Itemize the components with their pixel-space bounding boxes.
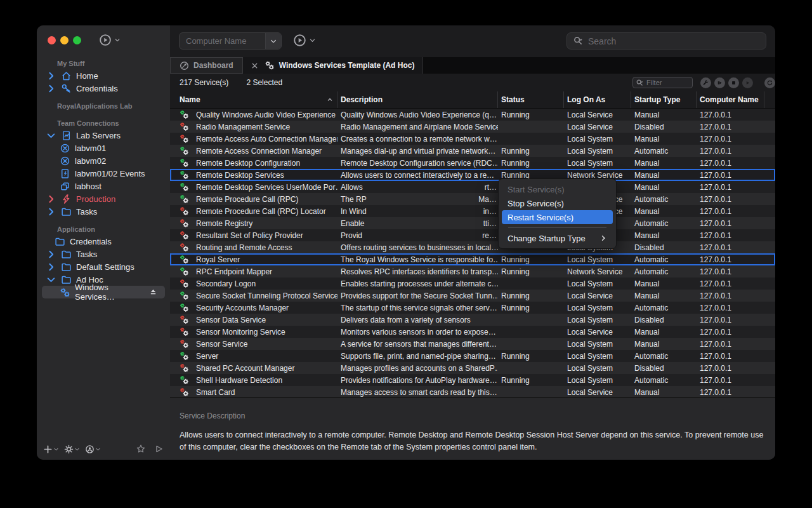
column-header-status[interactable]: Status [498, 91, 564, 108]
main-area: Computer Name Search Dashboard Windows S… [170, 25, 775, 460]
table-row[interactable]: RPC Endpoint MapperResolves RPC interfac… [170, 265, 775, 277]
cell-description: In Windin… [337, 207, 498, 216]
table-row[interactable]: Remote Procedure Call (RPC) LocatorIn Wi… [170, 205, 775, 217]
settings-button[interactable] [64, 444, 80, 454]
chevron-right-icon[interactable] [46, 70, 56, 81]
sidebar-item-windows-services[interactable]: Windows Services… [42, 286, 165, 298]
table-row[interactable]: Secure Socket Tunneling Protocol Service… [170, 290, 775, 302]
sidebar-item-home[interactable]: Home [37, 69, 170, 82]
table-row[interactable]: Sensor Data ServiceDelivers data from a … [170, 314, 775, 326]
table-row[interactable]: Shell Hardware DetectionProvides notific… [170, 374, 775, 386]
chevron-down-icon [309, 37, 316, 44]
favorite-star-button[interactable] [136, 444, 146, 454]
sidebar-item-credentials[interactable]: Credentials [37, 235, 170, 248]
chevron-down-icon[interactable] [46, 274, 56, 285]
table-row[interactable]: Remote Desktop ConfigurationRemote Deskt… [170, 157, 775, 169]
table-row[interactable]: Sensor ServiceA service for sensors that… [170, 338, 775, 350]
sidebar-item-production[interactable]: Production [37, 192, 170, 205]
restart-service-button[interactable] [714, 77, 725, 88]
sidebar-item-tasks[interactable]: Tasks [37, 205, 170, 218]
sidebar-item-labhost[interactable]: labhost [37, 180, 170, 192]
table-row[interactable]: Remote Desktop ServicesAllows users to c… [170, 169, 775, 181]
table-row[interactable]: Routing and Remote AccessOffers routing … [170, 241, 775, 253]
service-action-buttons [700, 74, 775, 91]
chevron-right-icon[interactable] [46, 206, 56, 217]
sidebar-item-labvm01-02-events[interactable]: labvm01/02 Events [37, 167, 170, 180]
sidebar-item-labvm01[interactable]: labvm01 [37, 142, 170, 154]
sidebar-item-label: Default Settings [76, 262, 134, 272]
folder-icon [61, 249, 72, 260]
table-row[interactable]: Security Accounts ManagerThe startup of … [170, 302, 775, 314]
filter-field[interactable]: Filter [632, 77, 693, 88]
description-panel-title: Service Description [180, 411, 775, 420]
cell-startup-type: Disabled [631, 364, 697, 373]
close-window-button[interactable] [48, 36, 56, 44]
table-row[interactable]: Shared PC Account ManagerManages profile… [170, 362, 775, 374]
run-template-button[interactable] [293, 34, 316, 47]
tab-windows-services-template[interactable]: Windows Services Template (Ad Hoc) [243, 57, 423, 74]
sidebar-item-label: Home [76, 71, 98, 81]
table-row[interactable]: Remote RegistryEnabletti…Local ServiceAu… [170, 217, 775, 229]
column-header-computer-name[interactable]: Computer Name [697, 91, 764, 108]
table-row[interactable]: Remote Desktop Services UserMode Por…All… [170, 181, 775, 193]
stop-service-button[interactable] [728, 77, 739, 88]
sidebar-item-tasks[interactable]: Tasks [37, 248, 170, 260]
chevron-right-icon[interactable] [46, 83, 56, 94]
minimize-window-button[interactable] [60, 36, 69, 44]
service-gear-icon [180, 194, 189, 204]
start-service-button[interactable] [742, 77, 753, 88]
computer-name-combo[interactable]: Computer Name [179, 32, 282, 50]
sidebar-item-default-settings[interactable]: Default Settings [37, 260, 170, 273]
combo-dropdown-button[interactable] [265, 33, 281, 49]
table-row[interactable]: Remote Access Auto Connection ManagerCre… [170, 133, 775, 145]
chevron-right-icon[interactable] [46, 262, 56, 272]
table-row[interactable]: Secondary LogonEnables starting processe… [170, 277, 775, 290]
search-field[interactable]: Search [566, 32, 766, 50]
close-tab-icon[interactable] [251, 62, 259, 70]
table-row[interactable]: Sensor Monitoring ServiceMonitors variou… [170, 326, 775, 338]
table-row[interactable]: Remote Access Connection ManagerManages … [170, 145, 775, 157]
cell-description-tail: re… [482, 231, 497, 240]
chevron-right-icon[interactable] [46, 249, 56, 260]
table-row[interactable]: ServerSupports file, print, and named-pi… [170, 350, 775, 362]
sidebar-item-label: Tasks [76, 207, 97, 217]
tab-dashboard[interactable]: Dashboard [170, 57, 243, 74]
menu-item-restart-service-s[interactable]: Restart Service(s) [502, 210, 613, 224]
chevron-down-icon[interactable] [46, 130, 56, 141]
table-row[interactable]: Quality Windows Audio Video ExperienceQu… [170, 109, 775, 121]
cell-description: Allowsrt… [337, 183, 498, 192]
sidebar-item-credentials[interactable]: Credentials [37, 82, 170, 95]
add-button[interactable] [43, 444, 59, 454]
zoom-window-button[interactable] [73, 36, 81, 44]
table-row[interactable]: Resultant Set of Policy ProviderProvidre… [170, 229, 775, 241]
column-header-name[interactable]: Name [170, 91, 337, 108]
cell-computer-name: 127.0.0.1 [697, 316, 764, 324]
eject-icon[interactable] [148, 288, 159, 297]
chevron-right-icon[interactable] [46, 194, 56, 204]
sidebar-item-labvm02[interactable]: labvm02 [37, 154, 170, 167]
connect-play-button[interactable] [154, 444, 164, 454]
cell-computer-name: 127.0.0.1 [697, 279, 764, 288]
sidebar-item-lab-servers[interactable]: Lab Servers [37, 129, 170, 142]
quick-connect-button[interactable] [99, 34, 121, 46]
menu-item-change-startup-type[interactable]: Change Startup Type [502, 231, 613, 245]
submenu-arrow-icon [599, 234, 607, 242]
menu-item-stop-service-s[interactable]: Stop Service(s) [502, 196, 613, 210]
column-header-startup-type[interactable]: Startup Type [631, 91, 697, 108]
cell-status: Running [498, 304, 564, 312]
service-gear-icon [180, 218, 189, 228]
refresh-button[interactable] [764, 77, 775, 88]
cell-description: Allows users to connect interactively to… [337, 171, 498, 180]
computer-name-placeholder: Computer Name [180, 36, 265, 46]
table-row[interactable]: Royal ServerThe Royal Windows Service is… [170, 253, 775, 265]
service-gear-icon [180, 231, 189, 240]
account-button[interactable] [85, 444, 101, 454]
cell-startup-type: Manual [631, 135, 697, 144]
description-panel-text: Allows users to connect interactively to… [180, 429, 766, 454]
table-row[interactable]: Radio Management ServiceRadio Management… [170, 121, 775, 133]
properties-button[interactable] [700, 77, 711, 88]
table-row[interactable]: Remote Procedure Call (RPC)The RPMa…Runn… [170, 193, 775, 205]
table-row[interactable]: Smart CardManages access to smart cards … [170, 386, 775, 397]
column-header-log-on-as[interactable]: Log On As [564, 91, 631, 108]
column-header-description[interactable]: Description [337, 91, 498, 108]
